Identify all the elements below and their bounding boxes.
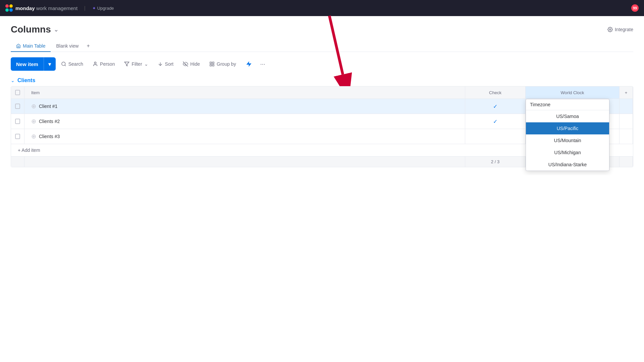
topbar-divider: | <box>84 5 86 11</box>
more-options-button[interactable]: ··· <box>258 58 268 70</box>
th-check-label: Check <box>489 90 501 95</box>
search-icon <box>61 61 66 67</box>
search-button[interactable]: Search <box>57 59 87 69</box>
item-name-1: Client #1 <box>39 104 57 109</box>
search-label: Search <box>68 61 83 67</box>
page-header: Columns ⌄ Integrate <box>11 24 633 35</box>
page: Columns ⌄ Integrate Main Table Blank vie… <box>0 16 644 175</box>
check-mark-2: ✓ <box>493 118 497 125</box>
th-world-clock: World Clock <box>526 86 620 99</box>
row-add-icon-1[interactable]: ⊕ <box>31 103 36 110</box>
sort-button[interactable]: Sort <box>154 59 178 69</box>
td-checkbox-1[interactable] <box>11 99 24 114</box>
svg-line-2 <box>65 65 66 66</box>
integrate-icon <box>607 27 613 32</box>
td-checkbox-3[interactable] <box>11 129 24 144</box>
add-item-label: + Add item <box>18 147 40 153</box>
row-checkbox-1[interactable] <box>15 104 20 109</box>
td-check-2[interactable]: ✓ <box>465 114 526 129</box>
svg-point-3 <box>94 62 96 64</box>
annotation-container: Item Check World Clock + ⊕ Client #1 ✓ <box>11 86 633 167</box>
dropdown-option-indiana[interactable]: US/Indiana-Starke <box>526 159 609 171</box>
title-chevron-icon[interactable]: ⌄ <box>54 26 59 33</box>
th-world-clock-label: World Clock <box>561 90 584 95</box>
td-add-1 <box>620 99 633 114</box>
logo-dot-1 <box>5 4 9 8</box>
automate-button[interactable] <box>241 58 256 70</box>
integrate-label: Integrate <box>615 27 633 32</box>
tab-main-table[interactable]: Main Table <box>11 41 51 52</box>
td-item-2: ⊕ Clients #2 <box>24 114 465 129</box>
person-button[interactable]: Person <box>89 59 119 69</box>
row-checkbox-2[interactable] <box>15 119 20 124</box>
person-label: Person <box>100 61 115 67</box>
tf-item <box>24 157 465 167</box>
timezone-search-input[interactable] <box>530 102 605 107</box>
upgrade-label: Upgrade <box>97 6 114 11</box>
tabs-bar: Main Table Blank view + <box>11 40 633 52</box>
svg-point-0 <box>609 29 611 30</box>
brand-text: monday work management <box>15 5 77 11</box>
dropdown-option-samoa[interactable]: US/Samoa <box>526 110 609 122</box>
th-item: Item <box>24 86 465 99</box>
tf-add <box>620 157 633 167</box>
upgrade-icon: ✦ <box>92 6 96 11</box>
hide-icon <box>183 61 188 67</box>
group-by-button[interactable]: Group by <box>205 59 240 69</box>
check-mark-1: ✓ <box>493 103 497 110</box>
add-view-button[interactable]: + <box>84 40 92 52</box>
logo-dot-2 <box>9 4 13 8</box>
tf-checkbox <box>11 157 24 167</box>
td-checkbox-2[interactable] <box>11 114 24 129</box>
tab-blank-view-label: Blank view <box>56 43 78 49</box>
page-title: Columns <box>11 24 51 35</box>
upgrade-button[interactable]: ✦ Upgrade <box>92 6 114 11</box>
dropdown-search-row <box>526 99 609 110</box>
timezone-dropdown[interactable]: US/Samoa US/Pacific US/Mountain US/Michi… <box>526 99 609 171</box>
sort-icon <box>158 61 163 67</box>
tab-main-table-label: Main Table <box>23 43 45 49</box>
th-add[interactable]: + <box>620 86 633 99</box>
topbar: monday work management | ✦ Upgrade 99 <box>0 0 644 16</box>
filter-button[interactable]: Filter ⌄ <box>120 59 152 69</box>
th-item-label: Item <box>31 90 40 95</box>
svg-rect-8 <box>212 62 214 64</box>
svg-rect-9 <box>212 64 214 66</box>
group-chevron-icon[interactable]: ⌄ <box>11 78 15 83</box>
table-header: Item Check World Clock + <box>11 86 633 99</box>
header-checkbox[interactable] <box>15 90 20 95</box>
dropdown-option-pacific[interactable]: US/Pacific <box>526 122 609 134</box>
notification-badge[interactable]: 99 <box>631 4 639 12</box>
dropdown-option-mountain[interactable]: US/Mountain <box>526 134 609 146</box>
person-icon <box>93 61 98 67</box>
dropdown-selected-label: US/Pacific <box>557 126 579 131</box>
row-checkbox-3[interactable] <box>15 134 20 139</box>
td-item-3: ⊕ Clients #3 <box>24 129 465 144</box>
main-table: Item Check World Clock + ⊕ Client #1 ✓ <box>11 86 633 167</box>
dropdown-option-michigan[interactable]: US/Michigan <box>526 146 609 159</box>
td-check-1[interactable]: ✓ <box>465 99 526 114</box>
td-world-clock-1[interactable]: US/Samoa US/Pacific US/Mountain US/Michi… <box>526 99 620 114</box>
filter-icon <box>124 61 129 67</box>
svg-point-1 <box>62 62 65 66</box>
footer-count: 2 / 3 <box>491 159 499 164</box>
hide-button[interactable]: Hide <box>179 59 204 69</box>
group-by-icon <box>209 61 215 67</box>
tab-blank-view[interactable]: Blank view <box>51 41 84 52</box>
tf-check: 2 / 3 <box>465 157 526 167</box>
item-name-3: Clients #3 <box>39 134 60 139</box>
td-add-3 <box>620 129 633 144</box>
new-item-button[interactable]: New item ▼ <box>11 57 56 71</box>
group-header: ⌄ Clients <box>11 77 633 83</box>
svg-rect-7 <box>210 62 212 64</box>
group-by-label: Group by <box>217 61 236 67</box>
th-check: Check <box>465 86 526 99</box>
row-add-icon-2[interactable]: ⊕ <box>31 118 36 125</box>
row-add-icon-3[interactable]: ⊕ <box>31 133 36 140</box>
svg-marker-4 <box>125 62 129 66</box>
integrate-button[interactable]: Integrate <box>607 27 633 32</box>
page-title-row: Columns ⌄ <box>11 24 59 35</box>
sort-label: Sort <box>165 61 174 67</box>
new-item-dropdown-icon[interactable]: ▼ <box>44 57 56 71</box>
home-icon <box>16 44 21 48</box>
